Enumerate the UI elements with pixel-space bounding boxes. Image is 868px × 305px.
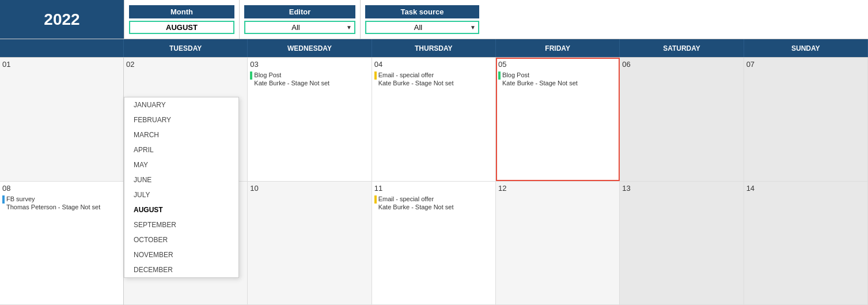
editor-dropdown-arrow: ▼ (346, 24, 354, 31)
event-fb-survey: FB surveyThomas Peterson - Stage Not set (2, 195, 121, 212)
event-bar-green-fri-w1 (498, 71, 501, 80)
event-text-email-w1: Email - special offerKate Burke - Stage … (378, 71, 454, 88)
monday-date-w2: 08 (2, 184, 121, 193)
dropdown-item-april[interactable]: APRIL (124, 142, 238, 157)
dropdown-item-october[interactable]: OCTOBER (124, 232, 238, 247)
dropdown-item-june[interactable]: JUNE (124, 172, 238, 187)
day-number-fri-w1: 05 (498, 60, 617, 69)
event-text-blogpost-w1: Blog PostKate Burke - Stage Not set (254, 71, 329, 88)
day-cell-thu-w2: 11 Email - special offerKate Burke - Sta… (372, 182, 496, 305)
month-dropdown[interactable]: JANUARY FEBRUARY MARCH APRIL MAY JUNE JU… (124, 97, 239, 278)
day-cell-fri-w2: 12 (496, 182, 620, 305)
tasksource-select-wrap[interactable]: All ▼ (365, 21, 479, 34)
tasksource-dropdown-arrow: ▼ (470, 24, 478, 31)
day-number-thu-w2: 11 (374, 184, 493, 193)
days-header: TUESDAY WEDNESDAY THURSDAY FRIDAY SATURD… (0, 39, 868, 58)
dropdown-item-march[interactable]: MARCH (124, 127, 238, 142)
day-number-wed-w1: 03 (250, 60, 369, 69)
dropdown-item-may[interactable]: MAY (124, 157, 238, 172)
day-cell-fri-w1: 05 Blog PostKate Burke - Stage Not set (496, 58, 620, 181)
col-monday: 01 08 FB surveyThomas Peterson - Stage N… (0, 58, 124, 305)
event-text-fb: FB surveyThomas Peterson - Stage Not set (6, 195, 100, 212)
event-email-w2: Email - special offerKate Burke - Stage … (374, 195, 493, 212)
day-number-thu-w1: 04 (374, 60, 493, 69)
event-email-w1: Email - special offerKate Burke - Stage … (374, 71, 493, 88)
app-container: 2022 Month Editor All ▼ (0, 0, 868, 305)
tasksource-select[interactable]: All (366, 22, 470, 33)
days-header-spacer (0, 39, 124, 57)
event-bar-blue (2, 195, 5, 204)
month-input[interactable] (130, 22, 233, 33)
tasksource-filter-block: Task source All ▼ (360, 0, 484, 39)
year-display: 2022 (0, 0, 124, 39)
day-cell-sat-w2: 13 (620, 182, 744, 305)
dropdown-item-august[interactable]: AUGUST (124, 202, 238, 217)
day-cell-sun-w1: 07 (744, 58, 868, 181)
editor-label: Editor (244, 5, 355, 18)
dropdown-item-november[interactable]: NOVEMBER (124, 247, 238, 262)
day-header-saturday: SATURDAY (620, 39, 744, 57)
year-text: 2022 (44, 10, 79, 29)
day-number-tue-w1: 02 (126, 60, 245, 69)
day-cell-sun-w2: 14 (744, 182, 868, 305)
day-number-fri-w2: 12 (498, 184, 617, 193)
event-bar-yellow-w2 (374, 195, 377, 204)
dropdown-item-september[interactable]: SEPTEMBER (124, 217, 238, 232)
monday-cell-w2: 08 FB surveyThomas Peterson - Stage Not … (0, 182, 123, 306)
editor-filter-block: Editor All ▼ (239, 0, 360, 39)
filter-group: Month Editor All ▼ Task source (124, 0, 868, 39)
event-bar-green-w1 (250, 71, 252, 80)
day-number-sun-w1: 07 (746, 60, 865, 69)
editor-select[interactable]: All (245, 22, 346, 33)
monday-date-w1: 01 (2, 60, 121, 69)
editor-select-wrap[interactable]: All ▼ (244, 21, 355, 34)
monday-cell-w1: 01 (0, 58, 123, 182)
day-number-sat-w2: 13 (622, 184, 741, 193)
event-bar-yellow-w1 (374, 71, 377, 80)
tasksource-label: Task source (365, 5, 479, 18)
day-cell-sat-w1: 06 (620, 58, 744, 181)
event-blogpost-w1: Blog PostKate Burke - Stage Not set (250, 71, 369, 88)
day-cell-wed-w1: 03 Blog PostKate Burke - Stage Not set (248, 58, 372, 181)
event-blogpost-fri-w1: Blog PostKate Burke - Stage Not set (498, 71, 617, 88)
day-header-wednesday: WEDNESDAY (248, 39, 372, 57)
event-text-blogpost-fri-w1: Blog PostKate Burke - Stage Not set (502, 71, 578, 88)
dropdown-item-july[interactable]: JULY (124, 187, 238, 202)
month-filter-block: Month (124, 0, 239, 39)
day-number-sat-w1: 06 (622, 60, 741, 69)
month-label: Month (129, 5, 234, 18)
header-row: 2022 Month Editor All ▼ (0, 0, 868, 39)
day-header-monday: TUESDAY (124, 39, 248, 57)
day-header-thursday: THURSDAY (372, 39, 496, 57)
dropdown-item-december[interactable]: DECEMBER (124, 262, 238, 277)
event-text-email-w2: Email - special offerKate Burke - Stage … (378, 195, 454, 212)
dropdown-item-january[interactable]: JANUARY (124, 97, 238, 112)
day-number-wed-w2: 10 (250, 184, 369, 193)
month-input-wrap[interactable] (129, 21, 234, 34)
calendar-body: JANUARY FEBRUARY MARCH APRIL MAY JUNE JU… (0, 58, 868, 305)
day-cell-thu-w1: 04 Email - special offerKate Burke - Sta… (372, 58, 496, 181)
day-header-sunday: SUNDAY (744, 39, 868, 57)
day-header-friday: FRIDAY (496, 39, 620, 57)
day-number-sun-w2: 14 (746, 184, 865, 193)
day-cell-wed-w2: 10 (248, 182, 372, 305)
dropdown-item-february[interactable]: FEBRUARY (124, 112, 238, 127)
